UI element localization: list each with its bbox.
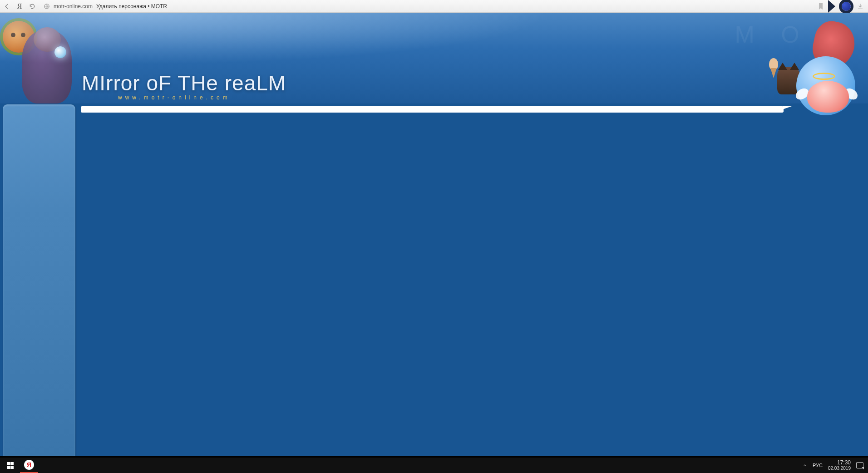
address-title: Удалить персонажа • MOTR <box>96 3 167 10</box>
logo-subtitle: www.motr-online.com <box>118 94 286 101</box>
tray-language[interactable]: РУС <box>813 463 823 468</box>
site-header: M O T MIrror oF THe reaLM www.motr-onlin… <box>0 13 868 103</box>
character-girl <box>22 31 72 103</box>
taskbar-app-yandex[interactable]: Я <box>20 458 38 473</box>
windows-taskbar: Я РУС 17:30 02.03.2019 <box>0 458 868 473</box>
downloads-icon[interactable] <box>857 3 863 10</box>
icecream-icon <box>769 58 778 70</box>
logo-title: MIrror oF THe reaLM <box>82 71 286 95</box>
browser-toolbar: Я motr-online.com Удалить персонажа • MO… <box>0 0 868 13</box>
tray-overflow-button[interactable] <box>803 463 807 468</box>
action-center-icon[interactable] <box>856 462 863 468</box>
address-bar[interactable]: motr-online.com Удалить персонажа • MOTR <box>41 3 814 10</box>
header-art-left <box>0 13 77 108</box>
system-tray: РУС 17:30 02.03.2019 <box>803 458 868 473</box>
content-top-strip <box>81 106 784 113</box>
yandex-home-button[interactable]: Я <box>15 2 24 10</box>
header-art-right <box>750 13 868 117</box>
page-body-bg <box>0 103 868 456</box>
site-logo[interactable]: MIrror oF THe reaLM www.motr-online.com <box>82 71 286 101</box>
extensions-icon[interactable] <box>842 2 851 11</box>
pink-blob-icon <box>807 81 849 113</box>
tray-date: 02.03.2019 <box>828 466 851 471</box>
page-viewport: M O T MIrror oF THe reaLM www.motr-onlin… <box>0 13 868 456</box>
yandex-browser-icon: Я <box>24 460 34 470</box>
left-sidebar <box>3 104 75 456</box>
address-domain: motr-online.com <box>54 3 93 10</box>
windows-icon <box>7 462 14 469</box>
bookmark-icon[interactable] <box>818 3 824 10</box>
tray-time: 17:30 <box>828 460 851 466</box>
tray-clock[interactable]: 17:30 02.03.2019 <box>828 460 851 471</box>
reload-button[interactable] <box>28 2 36 10</box>
site-info-icon[interactable] <box>44 3 50 10</box>
start-button[interactable] <box>0 458 20 473</box>
magic-orb-icon <box>54 46 66 58</box>
back-button[interactable] <box>3 2 11 10</box>
halo-icon <box>813 73 835 80</box>
toolbar-wedge <box>828 0 835 13</box>
